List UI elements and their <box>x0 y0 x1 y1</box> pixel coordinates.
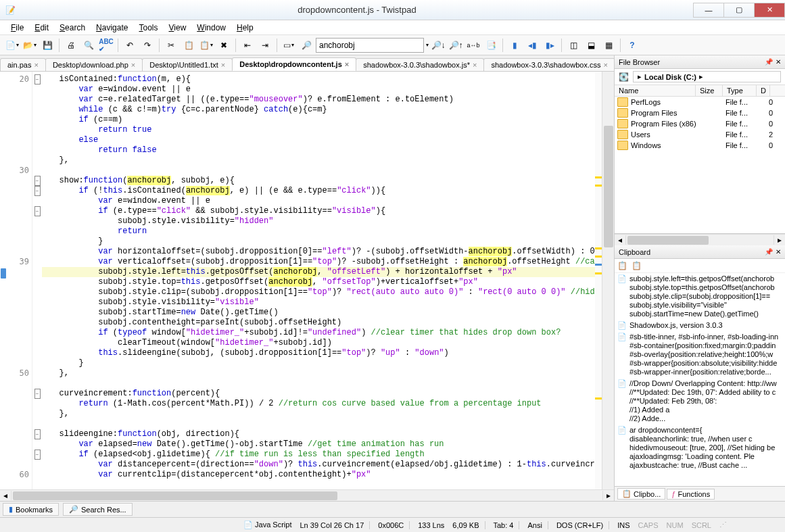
tab-close-icon[interactable]: × <box>603 61 607 69</box>
menu-file[interactable]: File <box>7 22 28 34</box>
open-file-icon[interactable]: 📂▾ <box>22 37 38 53</box>
find-prev-icon[interactable]: 🔎↑ <box>448 37 464 53</box>
search-dropdown-icon[interactable]: ▾ <box>426 42 429 48</box>
clipboard-item[interactable]: 📄ar dropdowncontent={disableanchorlink: … <box>615 425 785 471</box>
find-icon[interactable]: 🔎 <box>298 37 314 53</box>
tab-close-icon[interactable]: × <box>345 60 349 68</box>
cut-icon[interactable]: ✂ <box>163 37 179 53</box>
find-next-icon[interactable]: 🔎↓ <box>430 37 446 53</box>
editor-tab[interactable]: shadowbox-3.0.3\shadowbox.js*× <box>356 58 484 71</box>
pin-icon[interactable]: 📌 <box>765 248 773 256</box>
clip-icon: 📄 <box>617 426 627 470</box>
file-row[interactable]: WindowsFile f...0 <box>615 140 785 151</box>
col-name[interactable]: Name <box>615 85 696 96</box>
horizontal-scrollbar[interactable]: ◂ ▸ <box>0 489 614 501</box>
bookmark-icon[interactable]: ▮ <box>506 37 523 53</box>
prev-bookmark-icon[interactable]: ◂▮ <box>524 37 540 53</box>
indent-icon[interactable]: ⇥ <box>257 37 273 53</box>
drive-icon[interactable]: 💽 <box>619 72 629 82</box>
help-icon[interactable]: ? <box>624 37 640 53</box>
clear-clipboard-icon[interactable]: 📋 <box>632 261 642 270</box>
paste-clipboard-icon[interactable]: 📋 <box>617 261 627 270</box>
pin-icon[interactable]: 📌 <box>765 58 773 66</box>
find-in-files-icon[interactable]: 📑 <box>483 37 499 53</box>
tab-close-icon[interactable]: × <box>221 61 225 69</box>
col-d[interactable]: D <box>757 85 770 96</box>
minimize-button[interactable]: — <box>693 3 724 18</box>
tab-functions[interactable]: ƒFunctions <box>667 489 715 500</box>
vertical-scrollbar[interactable] <box>602 72 614 489</box>
print-icon[interactable]: 🖨 <box>63 37 79 53</box>
spellcheck-icon[interactable]: ABC✔ <box>98 37 114 53</box>
editor-tab[interactable]: Desktop\Untitled1.txt× <box>142 58 233 71</box>
clipboard-item[interactable]: 📄Shadowbox.js, version 3.0.3 <box>615 320 785 331</box>
resize-grip-icon[interactable]: ⋰ <box>719 521 727 529</box>
file-row[interactable]: Program FilesFile f...0 <box>615 107 785 118</box>
delete-icon[interactable]: ✖ <box>216 37 232 53</box>
tab-close-icon[interactable]: × <box>131 61 135 69</box>
close-button[interactable]: ✕ <box>754 3 785 18</box>
clipboard-header: Clipboard 📌 ✕ <box>615 245 785 259</box>
fold-column[interactable]: −−−−−−− <box>32 72 42 489</box>
panel-close-icon[interactable]: ✕ <box>776 58 781 66</box>
editor-tab[interactable]: Desktop\dropdowncontent.js× <box>232 57 356 71</box>
menu-edit[interactable]: Edit <box>30 22 53 34</box>
tab-bookmarks[interactable]: ▮Bookmarks <box>3 503 59 516</box>
col-size[interactable]: Size <box>696 85 723 96</box>
save-icon[interactable]: 💾 <box>39 37 55 53</box>
clipboard-item[interactable]: 📄//Drop Down/ Overlapping Content: http:… <box>615 378 785 425</box>
overview-strip[interactable] <box>595 72 602 489</box>
col-type[interactable]: Type <box>723 85 757 96</box>
file-row[interactable]: PerfLogsFile f...0 <box>615 97 785 107</box>
tab-close-icon[interactable]: × <box>473 61 477 69</box>
maximize-button[interactable]: ▢ <box>723 3 755 18</box>
editor[interactable]: 2030395060 −−−−−−− isContained:function(… <box>0 72 614 489</box>
window-list-icon[interactable]: ▭▾ <box>281 37 297 53</box>
statusbar: 📄 Java Script Ln 39 Col 26 Ch 17 0x006C … <box>0 517 785 532</box>
path-breadcrumb[interactable]: ▸Local Disk (C:)▸ <box>633 71 781 82</box>
menu-tools[interactable]: Tools <box>135 22 162 34</box>
menu-view[interactable]: View <box>165 22 191 34</box>
copy-icon[interactable]: 📋 <box>181 37 197 53</box>
editor-tab[interactable]: ain.pas× <box>0 58 46 71</box>
menu-window[interactable]: Window <box>193 22 230 34</box>
status-lines: 133 Lns <box>418 521 444 529</box>
menu-navigate[interactable]: Navigate <box>92 22 132 34</box>
editor-tab[interactable]: Desktop\download.php× <box>45 58 143 71</box>
status-eol: DOS (CR+LF) <box>556 521 609 529</box>
layout-icon[interactable]: ▦ <box>600 37 617 53</box>
new-file-icon[interactable]: 📄▾ <box>4 37 20 53</box>
status-num: NUM <box>667 521 684 529</box>
menu-help[interactable]: Help <box>233 22 258 34</box>
status-position: Ln 39 Col 26 Ch 17 <box>300 521 370 529</box>
status-hex: 0x006C <box>378 521 410 529</box>
clip-icon: 📄 <box>617 333 627 377</box>
clipboard-item[interactable]: 📄#sb-title-inner, #sb-info-inner, #sb-lo… <box>615 331 785 378</box>
paste-icon[interactable]: 📋▾ <box>198 37 214 53</box>
print-preview-icon[interactable]: 🔍 <box>80 37 97 53</box>
file-row[interactable]: UsersFile f...2 <box>615 129 785 140</box>
code-area[interactable]: isContained:function(m, e){ var e=window… <box>42 72 602 489</box>
next-bookmark-icon[interactable]: ▮▸ <box>542 37 558 53</box>
tab-clipboard[interactable]: 📋Clipbo... <box>617 488 665 500</box>
tab-search-results[interactable]: 🔎Search Res... <box>63 503 133 516</box>
menu-search[interactable]: Search <box>55 22 89 34</box>
file-row[interactable]: Program Files (x86)File f...0 <box>615 118 785 129</box>
clipboard-item[interactable]: 📄subobj.style.left=this.getposOffset(anc… <box>615 273 785 320</box>
toolbar: 📄▾ 📂▾ 💾 🖨 🔍 ABC✔ ↶ ↷ ✂ 📋 📋▾ ✖ ⇤ ⇥ ▭▾ 🔎 ▾… <box>0 35 785 55</box>
replace-icon[interactable]: a↔b <box>465 37 481 53</box>
undo-icon[interactable]: ↶ <box>122 37 138 53</box>
file-browser-title: File Browser <box>619 58 660 66</box>
panel-close-icon[interactable]: ✕ <box>776 248 781 256</box>
redo-icon[interactable]: ↷ <box>139 37 156 53</box>
status-size: 6,09 KB <box>452 521 485 529</box>
tab-close-icon[interactable]: × <box>34 61 38 69</box>
status-scrl: SCRL <box>692 521 711 529</box>
folder-icon <box>617 141 628 150</box>
outdent-icon[interactable]: ⇤ <box>239 37 256 53</box>
editor-tab[interactable]: shadowbox-3.0.3\shadowbox.css× <box>483 58 614 71</box>
split-vertical-icon[interactable]: ⬓ <box>583 37 599 53</box>
split-horizontal-icon[interactable]: ◫ <box>565 37 581 53</box>
fb-horizontal-scrollbar[interactable]: ◂▸ <box>615 234 785 245</box>
search-input[interactable] <box>316 38 424 53</box>
